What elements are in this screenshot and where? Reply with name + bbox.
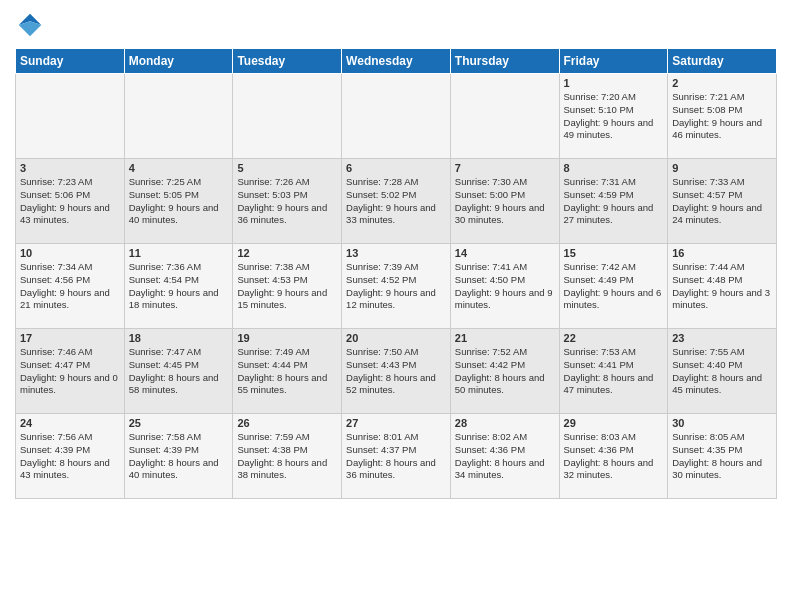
day-cell: 13Sunrise: 7:39 AM Sunset: 4:52 PM Dayli…	[342, 244, 451, 329]
day-info: Sunrise: 7:44 AM Sunset: 4:48 PM Dayligh…	[672, 261, 772, 312]
day-info: Sunrise: 7:41 AM Sunset: 4:50 PM Dayligh…	[455, 261, 555, 312]
day-cell: 17Sunrise: 7:46 AM Sunset: 4:47 PM Dayli…	[16, 329, 125, 414]
header-friday: Friday	[559, 49, 668, 74]
day-info: Sunrise: 7:34 AM Sunset: 4:56 PM Dayligh…	[20, 261, 120, 312]
day-cell: 20Sunrise: 7:50 AM Sunset: 4:43 PM Dayli…	[342, 329, 451, 414]
week-row-5: 24Sunrise: 7:56 AM Sunset: 4:39 PM Dayli…	[16, 414, 777, 499]
day-cell: 9Sunrise: 7:33 AM Sunset: 4:57 PM Daylig…	[668, 159, 777, 244]
week-row-1: 1Sunrise: 7:20 AM Sunset: 5:10 PM Daylig…	[16, 74, 777, 159]
day-number: 7	[455, 162, 555, 174]
day-number: 2	[672, 77, 772, 89]
day-info: Sunrise: 7:26 AM Sunset: 5:03 PM Dayligh…	[237, 176, 337, 227]
day-info: Sunrise: 7:23 AM Sunset: 5:06 PM Dayligh…	[20, 176, 120, 227]
day-info: Sunrise: 8:01 AM Sunset: 4:37 PM Dayligh…	[346, 431, 446, 482]
day-number: 1	[564, 77, 664, 89]
day-number: 20	[346, 332, 446, 344]
day-number: 11	[129, 247, 229, 259]
day-cell: 5Sunrise: 7:26 AM Sunset: 5:03 PM Daylig…	[233, 159, 342, 244]
day-cell: 28Sunrise: 8:02 AM Sunset: 4:36 PM Dayli…	[450, 414, 559, 499]
day-cell: 21Sunrise: 7:52 AM Sunset: 4:42 PM Dayli…	[450, 329, 559, 414]
day-info: Sunrise: 7:28 AM Sunset: 5:02 PM Dayligh…	[346, 176, 446, 227]
day-cell: 10Sunrise: 7:34 AM Sunset: 4:56 PM Dayli…	[16, 244, 125, 329]
day-info: Sunrise: 7:38 AM Sunset: 4:53 PM Dayligh…	[237, 261, 337, 312]
day-cell: 26Sunrise: 7:59 AM Sunset: 4:38 PM Dayli…	[233, 414, 342, 499]
day-cell: 3Sunrise: 7:23 AM Sunset: 5:06 PM Daylig…	[16, 159, 125, 244]
day-cell: 24Sunrise: 7:56 AM Sunset: 4:39 PM Dayli…	[16, 414, 125, 499]
day-info: Sunrise: 8:02 AM Sunset: 4:36 PM Dayligh…	[455, 431, 555, 482]
day-number: 26	[237, 417, 337, 429]
day-cell: 6Sunrise: 7:28 AM Sunset: 5:02 PM Daylig…	[342, 159, 451, 244]
day-number: 16	[672, 247, 772, 259]
week-row-3: 10Sunrise: 7:34 AM Sunset: 4:56 PM Dayli…	[16, 244, 777, 329]
week-row-2: 3Sunrise: 7:23 AM Sunset: 5:06 PM Daylig…	[16, 159, 777, 244]
day-info: Sunrise: 7:33 AM Sunset: 4:57 PM Dayligh…	[672, 176, 772, 227]
day-info: Sunrise: 8:05 AM Sunset: 4:35 PM Dayligh…	[672, 431, 772, 482]
day-cell: 16Sunrise: 7:44 AM Sunset: 4:48 PM Dayli…	[668, 244, 777, 329]
day-info: Sunrise: 7:21 AM Sunset: 5:08 PM Dayligh…	[672, 91, 772, 142]
day-info: Sunrise: 7:59 AM Sunset: 4:38 PM Dayligh…	[237, 431, 337, 482]
header-thursday: Thursday	[450, 49, 559, 74]
header-tuesday: Tuesday	[233, 49, 342, 74]
header-wednesday: Wednesday	[342, 49, 451, 74]
day-number: 29	[564, 417, 664, 429]
day-info: Sunrise: 7:47 AM Sunset: 4:45 PM Dayligh…	[129, 346, 229, 397]
day-number: 18	[129, 332, 229, 344]
day-number: 6	[346, 162, 446, 174]
day-number: 23	[672, 332, 772, 344]
week-row-4: 17Sunrise: 7:46 AM Sunset: 4:47 PM Dayli…	[16, 329, 777, 414]
day-info: Sunrise: 7:50 AM Sunset: 4:43 PM Dayligh…	[346, 346, 446, 397]
day-info: Sunrise: 7:49 AM Sunset: 4:44 PM Dayligh…	[237, 346, 337, 397]
day-number: 21	[455, 332, 555, 344]
day-cell: 18Sunrise: 7:47 AM Sunset: 4:45 PM Dayli…	[124, 329, 233, 414]
day-number: 15	[564, 247, 664, 259]
day-cell	[342, 74, 451, 159]
day-cell: 22Sunrise: 7:53 AM Sunset: 4:41 PM Dayli…	[559, 329, 668, 414]
header-saturday: Saturday	[668, 49, 777, 74]
day-number: 9	[672, 162, 772, 174]
day-cell: 27Sunrise: 8:01 AM Sunset: 4:37 PM Dayli…	[342, 414, 451, 499]
day-cell: 12Sunrise: 7:38 AM Sunset: 4:53 PM Dayli…	[233, 244, 342, 329]
day-info: Sunrise: 7:30 AM Sunset: 5:00 PM Dayligh…	[455, 176, 555, 227]
logo-icon	[15, 10, 45, 40]
day-info: Sunrise: 7:55 AM Sunset: 4:40 PM Dayligh…	[672, 346, 772, 397]
day-cell: 2Sunrise: 7:21 AM Sunset: 5:08 PM Daylig…	[668, 74, 777, 159]
day-number: 3	[20, 162, 120, 174]
day-info: Sunrise: 7:36 AM Sunset: 4:54 PM Dayligh…	[129, 261, 229, 312]
day-cell: 14Sunrise: 7:41 AM Sunset: 4:50 PM Dayli…	[450, 244, 559, 329]
day-number: 30	[672, 417, 772, 429]
day-cell: 7Sunrise: 7:30 AM Sunset: 5:00 PM Daylig…	[450, 159, 559, 244]
day-cell: 11Sunrise: 7:36 AM Sunset: 4:54 PM Dayli…	[124, 244, 233, 329]
header-sunday: Sunday	[16, 49, 125, 74]
day-cell: 1Sunrise: 7:20 AM Sunset: 5:10 PM Daylig…	[559, 74, 668, 159]
day-cell: 15Sunrise: 7:42 AM Sunset: 4:49 PM Dayli…	[559, 244, 668, 329]
day-number: 28	[455, 417, 555, 429]
day-info: Sunrise: 7:42 AM Sunset: 4:49 PM Dayligh…	[564, 261, 664, 312]
day-info: Sunrise: 7:46 AM Sunset: 4:47 PM Dayligh…	[20, 346, 120, 397]
day-cell	[233, 74, 342, 159]
calendar-header-row: SundayMondayTuesdayWednesdayThursdayFrid…	[16, 49, 777, 74]
day-cell: 29Sunrise: 8:03 AM Sunset: 4:36 PM Dayli…	[559, 414, 668, 499]
day-number: 13	[346, 247, 446, 259]
header-monday: Monday	[124, 49, 233, 74]
day-info: Sunrise: 7:56 AM Sunset: 4:39 PM Dayligh…	[20, 431, 120, 482]
day-cell: 19Sunrise: 7:49 AM Sunset: 4:44 PM Dayli…	[233, 329, 342, 414]
day-cell: 25Sunrise: 7:58 AM Sunset: 4:39 PM Dayli…	[124, 414, 233, 499]
day-cell	[450, 74, 559, 159]
day-info: Sunrise: 7:52 AM Sunset: 4:42 PM Dayligh…	[455, 346, 555, 397]
day-cell	[16, 74, 125, 159]
day-cell: 4Sunrise: 7:25 AM Sunset: 5:05 PM Daylig…	[124, 159, 233, 244]
day-info: Sunrise: 7:25 AM Sunset: 5:05 PM Dayligh…	[129, 176, 229, 227]
day-number: 10	[20, 247, 120, 259]
day-number: 24	[20, 417, 120, 429]
day-number: 12	[237, 247, 337, 259]
day-number: 8	[564, 162, 664, 174]
logo	[15, 10, 49, 40]
day-info: Sunrise: 7:20 AM Sunset: 5:10 PM Dayligh…	[564, 91, 664, 142]
calendar-table: SundayMondayTuesdayWednesdayThursdayFrid…	[15, 48, 777, 499]
day-info: Sunrise: 7:58 AM Sunset: 4:39 PM Dayligh…	[129, 431, 229, 482]
day-info: Sunrise: 7:53 AM Sunset: 4:41 PM Dayligh…	[564, 346, 664, 397]
day-info: Sunrise: 7:31 AM Sunset: 4:59 PM Dayligh…	[564, 176, 664, 227]
day-number: 17	[20, 332, 120, 344]
day-number: 5	[237, 162, 337, 174]
day-cell: 23Sunrise: 7:55 AM Sunset: 4:40 PM Dayli…	[668, 329, 777, 414]
